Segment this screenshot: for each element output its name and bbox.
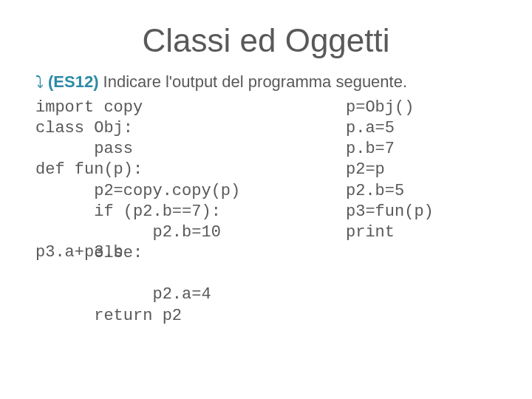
slide-title: Classi ed Oggetti: [30, 22, 502, 59]
bullet-text: Indicare l'output del programma seguente…: [98, 72, 407, 91]
code-left-wrap: import copy class Obj: pass def fun(p): …: [35, 98, 346, 327]
exercise-tag: (ES12): [48, 72, 98, 91]
slide: Classi ed Oggetti ⤵ (ES12) Indicare l'ou…: [0, 0, 532, 399]
code-left: import copy class Obj: pass def fun(p): …: [35, 98, 346, 327]
bullet-icon: ⤵: [35, 72, 44, 92]
code-columns: import copy class Obj: pass def fun(p): …: [35, 98, 502, 327]
bullet-line: ⤵ (ES12) Indicare l'output del programma…: [35, 72, 502, 92]
code-right: p=Obj() p.a=5 p.b=7 p2=p p2.b=5 p3=fun(p…: [346, 98, 502, 327]
code-overlap-line: p3.a+p3.b: [35, 243, 123, 262]
